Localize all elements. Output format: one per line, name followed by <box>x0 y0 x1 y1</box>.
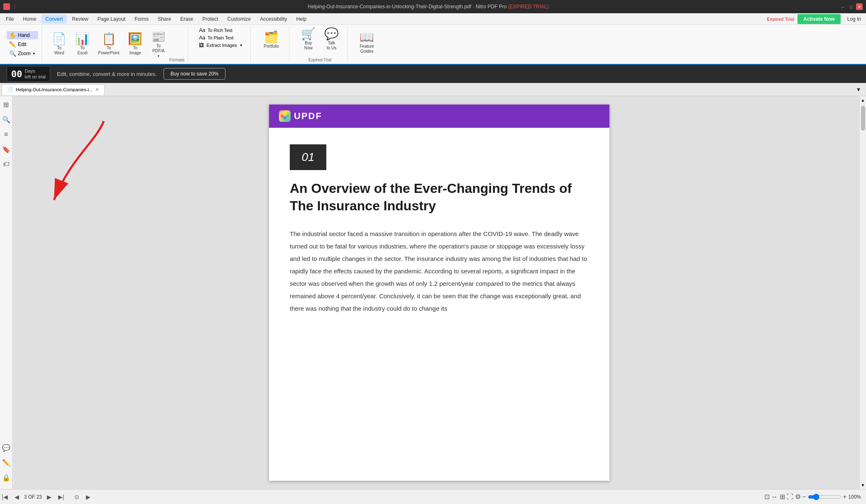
buy-now-button[interactable]: 🛒 BuyNow <box>298 27 319 52</box>
zoom-controls: ⊡ ↔ ⊞ ⛶ ⚙ − + 100% <box>764 493 866 501</box>
extract-images-button[interactable]: 🖼 Extract Images ▼ <box>196 41 245 49</box>
menu-customize[interactable]: Customize <box>223 15 255 24</box>
title-bar-left: ⋮ <box>3 3 17 10</box>
sidebar-comment-icon[interactable]: 💬 <box>1 443 11 453</box>
view-tools-group: ✋ Hand ✏️ Edit 🔍 Zoom ▼ <box>3 27 42 62</box>
vertical-scrollbar[interactable]: ▲ ▼ <box>859 96 866 489</box>
continuous-view-button[interactable]: ⊙ <box>73 493 81 501</box>
sidebar-bottom-icons: 💬 ✏️ 🔒 <box>1 443 11 486</box>
edit-tool-button[interactable]: ✏️ Edit <box>7 40 38 49</box>
hand-icon: ✋ <box>9 32 16 39</box>
zoom-slider[interactable] <box>808 494 841 500</box>
menu-file[interactable]: File <box>2 15 18 24</box>
pdf-article-body: The industrial sector faced a massive tr… <box>290 228 589 315</box>
menu-protect[interactable]: Protect <box>198 15 223 24</box>
to-rich-text-button[interactable]: Aa To Rich Text <box>196 27 245 34</box>
maximize-button[interactable]: □ <box>848 3 854 10</box>
portfolio-icon: 🗂️ <box>264 32 279 43</box>
first-page-button[interactable]: |◀ <box>0 493 10 501</box>
expired-trial-badge: Expired Trial <box>767 17 794 22</box>
zoom-in-button[interactable]: + <box>843 493 846 501</box>
menu-home[interactable]: Home <box>19 15 40 24</box>
activate-now-button[interactable]: Activate Now <box>798 14 840 24</box>
zoom-tool-button[interactable]: 🔍 Zoom ▼ <box>7 49 38 58</box>
login-link[interactable]: Log In <box>844 15 864 24</box>
menu-accessibility[interactable]: Accessibility <box>256 15 291 24</box>
sidebar-tag-icon[interactable]: 🏷 <box>1 159 11 169</box>
days-text: Days left on trial <box>25 68 46 80</box>
feature-guides-button[interactable]: 📖 FeatureGuides <box>356 30 378 56</box>
fullscreen-button[interactable]: ⛶ <box>787 493 793 501</box>
next-page-button[interactable]: ▶ <box>45 493 53 501</box>
sidebar-annotation-icon[interactable]: ✏️ <box>1 458 11 467</box>
fit-width-button[interactable]: ↔ <box>771 493 778 501</box>
pdf-header-bar: UPDF <box>269 105 609 128</box>
to-word-button[interactable]: 📄 ToWord <box>49 32 70 57</box>
last-page-button[interactable]: ▶| <box>56 493 66 501</box>
talk-to-us-button[interactable]: 💬 Talkto Us <box>321 27 342 52</box>
convert-group-spacer <box>196 58 245 62</box>
prev-page-button[interactable]: ◀ <box>13 493 21 501</box>
svg-point-4 <box>283 116 286 119</box>
window-controls[interactable]: – □ ✕ <box>839 3 863 10</box>
menu-convert[interactable]: Convert <box>41 15 67 24</box>
plain-text-icon: Aa <box>199 35 205 41</box>
scroll-down-button[interactable]: ▼ <box>860 483 866 487</box>
to-powerpoint-button[interactable]: 📋 ToPowerPoint <box>95 32 123 57</box>
menu-share[interactable]: Share <box>154 15 175 24</box>
pdfa-dropdown: ▼ <box>157 54 160 58</box>
tab-dropdown-arrow[interactable]: ▼ <box>853 85 864 94</box>
main-area: ⊞ 🔍 ≡ 🔖 🏷 💬 ✏️ 🔒 <box>0 96 866 489</box>
pdf-article-title: An Overview of the Ever-Changing Trends … <box>290 180 589 214</box>
menu-help[interactable]: Help <box>292 15 311 24</box>
convert-buttons-row: 📄 ToWord 📊 ToExcel 📋 ToPowerPoint 🖼️ ToI… <box>49 27 169 62</box>
portfolio-button[interactable]: 🗂️ Portfolio <box>259 30 284 51</box>
document-tab[interactable]: 📄 Helping-Out-Insurance-Companies-i... ✕ <box>2 84 105 95</box>
menu-page-layout[interactable]: Page Layout <box>93 15 130 24</box>
zoom-mode-button[interactable]: ⊞ <box>780 493 785 501</box>
buy-icon: 🛒 <box>301 28 316 40</box>
days-number: 00 <box>11 69 22 79</box>
hand-tool-button[interactable]: ✋ Hand <box>7 31 38 39</box>
expired-trial-group-label: Expired Trial <box>308 57 332 62</box>
to-image-button[interactable]: 🖼️ ToImage <box>125 32 146 57</box>
sidebar-lock-icon[interactable]: 🔒 <box>1 472 11 482</box>
pdf-page: UPDF 01 An Overview of the Ever-Changing… <box>269 105 609 481</box>
minimize-button[interactable]: – <box>839 3 846 10</box>
pdfa-icon: 📰 <box>151 31 166 43</box>
scroll-thumb[interactable] <box>861 106 865 131</box>
buy-now-save-button[interactable]: Buy now to save 20% <box>164 68 225 80</box>
menu-bar: File Home Convert Review Page Layout For… <box>0 13 866 25</box>
zoom-out-button[interactable]: − <box>802 493 806 501</box>
app-icon <box>3 3 10 10</box>
pdf-scroll-area[interactable]: UPDF 01 An Overview of the Ever-Changing… <box>12 96 866 489</box>
section-number: 01 <box>290 144 326 170</box>
days-counter: 00 Days left on trial <box>7 66 50 82</box>
excel-icon: 📊 <box>75 33 90 45</box>
title-bar-title: Helping-Out-Insurance-Companies-in-Unloc… <box>17 4 839 10</box>
page-info: 3 OF 23 <box>24 494 42 500</box>
scroll-up-button[interactable]: ▲ <box>861 96 865 104</box>
fit-page-button[interactable]: ⊡ <box>764 493 770 501</box>
zoom-settings-button[interactable]: ⚙ <box>795 493 801 501</box>
play-button[interactable]: ▶ <box>84 493 92 501</box>
sidebar-bookmark-icon[interactable]: 🔖 <box>1 144 11 154</box>
to-plain-text-button[interactable]: Aa To Plain Text <box>196 34 245 41</box>
close-button[interactable]: ✕ <box>856 3 863 10</box>
menu-erase[interactable]: Erase <box>176 15 197 24</box>
ppt-icon: 📋 <box>102 33 116 45</box>
text-convert-group: Aa To Rich Text Aa To Plain Text 🖼 Extra… <box>191 27 250 62</box>
to-pdfa-button[interactable]: 📰 ToPDF/A ▼ <box>148 29 169 60</box>
sidebar-thumbnail-icon[interactable]: ⊞ <box>1 100 11 110</box>
tab-close-button[interactable]: ✕ <box>95 87 99 93</box>
sidebar-layers-icon[interactable]: ≡ <box>1 129 11 139</box>
menu-review[interactable]: Review <box>68 15 92 24</box>
zoom-dropdown-arrow: ▼ <box>32 52 36 56</box>
status-bar: |◀ ◀ 3 OF 23 ▶ ▶| ⊙ ▶ ⊡ ↔ ⊞ ⛶ ⚙ − + 100% <box>0 489 866 504</box>
left-sidebar: ⊞ 🔍 ≡ 🔖 🏷 💬 ✏️ 🔒 <box>0 96 12 489</box>
sidebar-search-icon[interactable]: 🔍 <box>1 114 11 124</box>
feature-guides-icon: 📖 <box>360 32 374 43</box>
to-excel-button[interactable]: 📊 ToExcel <box>72 32 93 57</box>
menu-forms[interactable]: Forms <box>130 15 153 24</box>
tab-bar: 📄 Helping-Out-Insurance-Companies-i... ✕… <box>0 83 866 96</box>
